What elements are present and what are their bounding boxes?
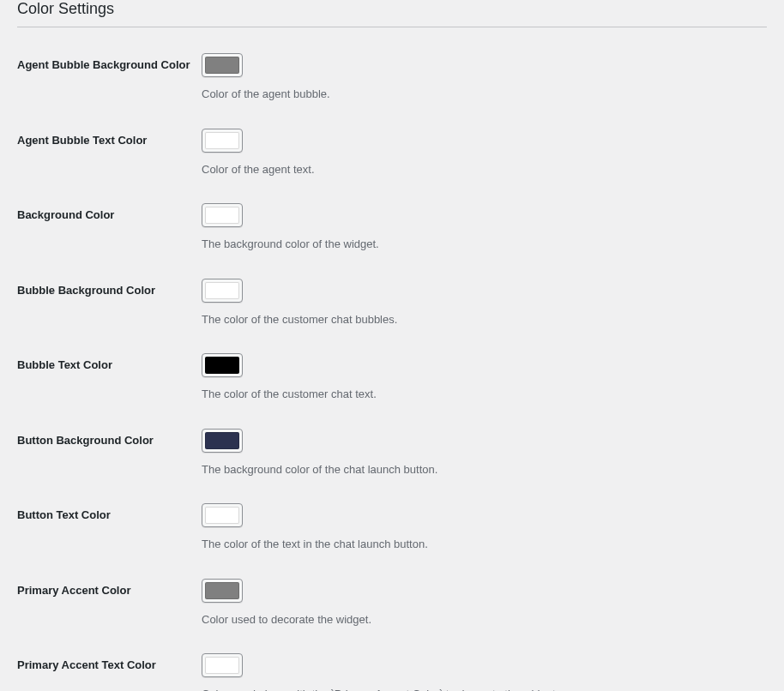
field-label-agent-bubble-text-color: Agent Bubble Text Color (17, 134, 147, 147)
field-label-primary-accent-text-color: Primary Accent Text Color (17, 658, 156, 671)
settings-row-agent-bubble-background-color: Agent Bubble Background ColorColor of th… (17, 45, 767, 120)
color-swatch (205, 432, 239, 449)
color-picker-bubble-text-color[interactable] (202, 353, 243, 377)
field-label-agent-bubble-background-color: Agent Bubble Background Color (17, 58, 190, 71)
field-label-background-color: Background Color (17, 208, 114, 221)
color-picker-background-color[interactable] (202, 203, 243, 227)
settings-row-bubble-background-color: Bubble Background ColorThe color of the … (17, 270, 767, 346)
settings-label-cell: Button Text Color (17, 495, 202, 570)
settings-value-cell: Color used to decorate the widget. (202, 570, 767, 646)
field-label-primary-accent-color: Primary Accent Color (17, 584, 130, 597)
color-swatch (205, 207, 239, 224)
field-description-button-text-color: The color of the text in the chat launch… (202, 536, 758, 553)
settings-value-cell: Color of the agent text. (202, 120, 767, 195)
settings-row-primary-accent-text-color: Primary Accent Text ColorColor used alon… (17, 645, 767, 691)
settings-label-cell: Agent Bubble Background Color (17, 45, 202, 120)
color-picker-bubble-background-color[interactable] (202, 279, 243, 303)
color-swatch (205, 57, 239, 74)
color-swatch (205, 582, 239, 599)
field-description-background-color: The background color of the widget. (202, 236, 758, 253)
color-picker-agent-bubble-background-color[interactable] (202, 53, 243, 77)
settings-value-cell: The background color of the chat launch … (202, 420, 767, 496)
field-description-bubble-text-color: The color of the customer chat text. (202, 386, 758, 403)
settings-value-cell: Color of the agent bubble. (202, 45, 767, 120)
color-picker-button-background-color[interactable] (202, 429, 243, 453)
color-picker-button-text-color[interactable] (202, 503, 243, 527)
color-swatch (205, 282, 239, 299)
field-label-bubble-text-color: Bubble Text Color (17, 358, 112, 371)
settings-value-cell: The color of the customer chat text. (202, 345, 767, 420)
field-description-agent-bubble-text-color: Color of the agent text. (202, 161, 758, 178)
settings-label-cell: Bubble Text Color (17, 345, 202, 420)
settings-label-cell: Button Background Color (17, 420, 202, 496)
settings-label-cell: Bubble Background Color (17, 270, 202, 346)
settings-value-cell: The color of the customer chat bubbles. (202, 270, 767, 346)
field-description-primary-accent-color: Color used to decorate the widget. (202, 611, 758, 628)
field-label-bubble-background-color: Bubble Background Color (17, 284, 155, 297)
settings-row-agent-bubble-text-color: Agent Bubble Text ColorColor of the agen… (17, 120, 767, 195)
settings-row-background-color: Background ColorThe background color of … (17, 195, 767, 270)
color-picker-primary-accent-color[interactable] (202, 579, 243, 603)
color-swatch (205, 657, 239, 674)
field-label-button-background-color: Button Background Color (17, 434, 154, 447)
field-description-bubble-background-color: The color of the customer chat bubbles. (202, 311, 758, 328)
section-title: Color Settings (17, 0, 767, 27)
color-swatch (205, 507, 239, 524)
field-label-button-text-color: Button Text Color (17, 508, 111, 521)
settings-row-button-text-color: Button Text ColorThe color of the text i… (17, 495, 767, 570)
field-description-button-background-color: The background color of the chat launch … (202, 461, 758, 478)
settings-value-cell: The color of the text in the chat launch… (202, 495, 767, 570)
settings-row-primary-accent-color: Primary Accent ColorColor used to decora… (17, 570, 767, 646)
color-swatch (205, 357, 239, 374)
field-description-agent-bubble-background-color: Color of the agent bubble. (202, 86, 758, 103)
settings-row-bubble-text-color: Bubble Text ColorThe color of the custom… (17, 345, 767, 420)
field-description-primary-accent-text-color: Color used along with the `Primary Accen… (202, 686, 758, 691)
settings-label-cell: Primary Accent Text Color (17, 645, 202, 691)
color-swatch (205, 132, 239, 149)
color-picker-agent-bubble-text-color[interactable] (202, 129, 243, 153)
color-picker-primary-accent-text-color[interactable] (202, 653, 243, 677)
settings-label-cell: Agent Bubble Text Color (17, 120, 202, 195)
settings-label-cell: Primary Accent Color (17, 570, 202, 646)
settings-value-cell: The background color of the widget. (202, 195, 767, 270)
settings-row-button-background-color: Button Background ColorThe background co… (17, 420, 767, 496)
color-settings-section: Color Settings Agent Bubble Background C… (0, 0, 784, 691)
settings-table: Agent Bubble Background ColorColor of th… (17, 45, 767, 691)
settings-label-cell: Background Color (17, 195, 202, 270)
settings-value-cell: Color used along with the `Primary Accen… (202, 645, 767, 691)
